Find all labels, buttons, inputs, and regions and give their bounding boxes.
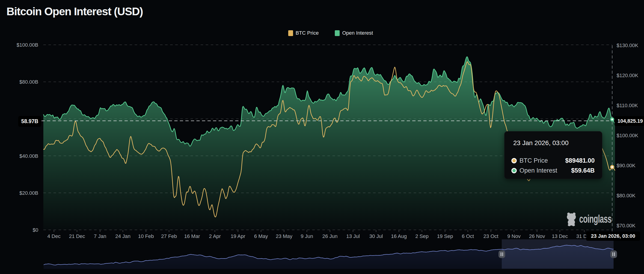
svg-text:10 Feb: 10 Feb xyxy=(138,233,154,239)
svg-text:26 Nov: 26 Nov xyxy=(529,233,545,239)
svg-text:23 Oct: 23 Oct xyxy=(484,233,498,239)
svg-text:19 Sep: 19 Sep xyxy=(437,233,453,239)
svg-text:$110.00K: $110.00K xyxy=(616,103,638,108)
svg-text:6 Oct: 6 Oct xyxy=(462,233,474,239)
svg-text:26 Jun: 26 Jun xyxy=(322,233,338,239)
svg-text:$100.00B: $100.00B xyxy=(16,42,38,48)
svg-text:4 Dec: 4 Dec xyxy=(47,233,60,239)
svg-text:21 Dec: 21 Dec xyxy=(69,233,85,239)
svg-text:$80.00B: $80.00B xyxy=(19,79,38,85)
svg-text:7 Jan: 7 Jan xyxy=(94,233,106,239)
svg-text:$20.00B: $20.00B xyxy=(19,190,38,196)
svg-text:$130.00K: $130.00K xyxy=(616,43,638,48)
svg-text:9 Nov: 9 Nov xyxy=(507,233,520,239)
svg-text:30 Jul: 30 Jul xyxy=(370,233,383,239)
svg-text:24 Jan: 24 Jan xyxy=(115,233,130,239)
svg-text:16 Aug: 16 Aug xyxy=(391,233,407,239)
svg-text:$0: $0 xyxy=(33,227,38,233)
svg-text:13 Jul: 13 Jul xyxy=(346,233,360,239)
svg-text:23 May: 23 May xyxy=(276,233,292,239)
svg-text:$120.00K: $120.00K xyxy=(616,73,638,78)
svg-text:27 Feb: 27 Feb xyxy=(161,233,177,239)
svg-text:16 Mar: 16 Mar xyxy=(184,233,200,239)
svg-text:9 Jun: 9 Jun xyxy=(301,233,313,239)
svg-text:$100.00K: $100.00K xyxy=(616,132,638,139)
svg-text:$90.00K: $90.00K xyxy=(616,163,636,168)
svg-text:2 Apr: 2 Apr xyxy=(209,233,221,239)
svg-text:$70.00K: $70.00K xyxy=(616,223,636,228)
svg-text:19 Apr: 19 Apr xyxy=(230,233,245,239)
svg-text:2 Sep: 2 Sep xyxy=(415,233,429,239)
svg-text:6 May: 6 May xyxy=(254,233,268,239)
svg-text:13 Dec: 13 Dec xyxy=(552,233,568,239)
svg-text:$80.00K: $80.00K xyxy=(616,193,636,198)
svg-text:coinglass: coinglass xyxy=(579,213,612,225)
svg-text:$40.00B: $40.00B xyxy=(19,153,38,159)
